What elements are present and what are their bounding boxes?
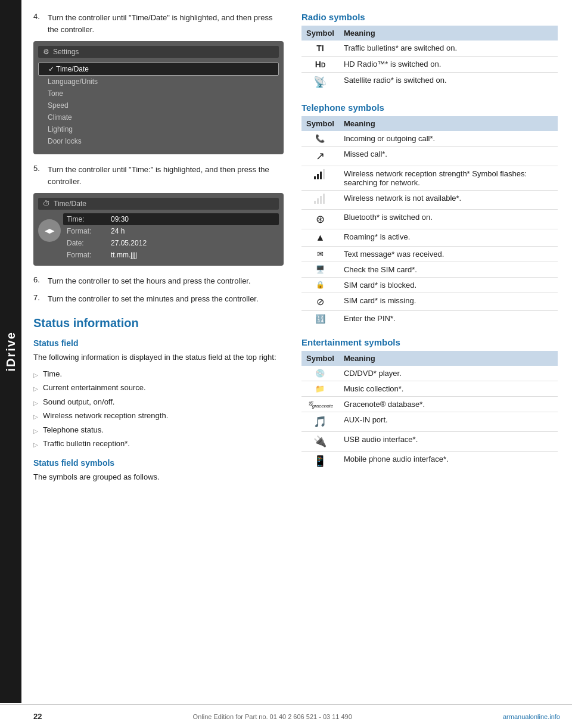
timedate-row-time: Time: 09:30 — [63, 213, 279, 225]
settings-item-climate[interactable]: Climate — [38, 111, 279, 123]
svg-rect-1 — [317, 174, 319, 179]
bullet-arrow-4: ▷ — [33, 412, 38, 421]
table-row: ↗ Missed call*. — [301, 147, 558, 166]
tel-symbol-sim-blocked: 🔒 — [301, 278, 339, 293]
bullet-arrow-5: ▷ — [33, 427, 38, 435]
ent-symbol-music: 📁 — [301, 381, 339, 397]
table-row: ✉ Text message* was received. — [301, 247, 558, 262]
ent-symbol-gracenote: 𝒢gracenote — [301, 397, 339, 412]
ent-symbol-cd: 💿 — [301, 366, 339, 381]
settings-screen-title: ⚙ Settings — [38, 46, 279, 58]
nav-controller[interactable]: ◀▶ — [38, 219, 61, 242]
tel-symbol-no-signal — [301, 191, 339, 210]
tel-meaning-pin: Enter the PIN*. — [339, 311, 558, 327]
telephone-symbols-title: Telephone symbols — [301, 102, 558, 113]
tel-meaning-sms: Text message* was received. — [339, 247, 558, 262]
tel-meaning-call: Incoming or outgoing call*. — [339, 131, 558, 147]
ent-symbol-usb: 🔌 — [301, 432, 339, 452]
timedate-value-time: 09:30 — [111, 215, 129, 223]
status-field-heading: Status field — [33, 338, 284, 348]
tel-symbol-pin: 🔢 — [301, 311, 339, 327]
tel-meaning-no-signal: Wireless network is not available*. — [339, 191, 558, 210]
bullet-telephone: ▷Telephone status. — [33, 424, 284, 436]
tel-meaning-missed: Missed call*. — [339, 147, 558, 166]
table-row: Wireless network is not available*. — [301, 191, 558, 210]
settings-item-timedate[interactable]: ✓ Time/Date — [38, 63, 279, 76]
tel-symbol-bluetooth: ⊛ — [301, 210, 339, 229]
bullet-wireless-text: Wireless network reception strength. — [43, 410, 168, 422]
tel-symbol-sim-check: 🖥️ — [301, 262, 339, 278]
tel-meaning-signal: Wireless network reception strength* Sym… — [339, 166, 558, 191]
bullet-arrow-3: ▷ — [33, 399, 38, 407]
tel-symbol-call: 📞 — [301, 131, 339, 147]
bullet-sound: ▷Sound output, on/off. — [33, 396, 284, 408]
step-4: 4. Turn the controller until "Time/Date"… — [33, 12, 284, 35]
settings-item-tone[interactable]: Tone — [38, 88, 279, 99]
table-row: HD HD Radio™* is switched on. — [301, 57, 558, 73]
bullet-entertainment: ▷Current entertainment source. — [33, 382, 284, 394]
table-row: 🔢 Enter the PIN*. — [301, 311, 558, 327]
step-4-num: 4. — [33, 12, 43, 35]
bullet-entertainment-text: Current entertainment source. — [43, 382, 146, 394]
ent-meaning-cd: CD/DVD* player. — [339, 366, 558, 381]
bullet-arrow-2: ▷ — [33, 384, 38, 393]
step-5-num: 5. — [33, 164, 43, 187]
radio-symbols-title: Radio symbols — [301, 12, 558, 22]
footer-brand: armanualonline.info — [503, 713, 560, 720]
settings-item-speed[interactable]: Speed — [38, 99, 279, 111]
timedate-screen-title: ⏱ Time/Date — [38, 198, 279, 210]
timedate-value-format1: 24 h — [111, 227, 125, 235]
gear-icon: ⚙ — [43, 48, 49, 56]
table-row: 📁 Music collection*. — [301, 381, 558, 397]
svg-rect-4 — [314, 201, 316, 204]
radio-symbols-table: Symbol Meaning TI Traffic bulletins* are… — [301, 26, 558, 92]
tel-col-symbol: Symbol — [301, 116, 339, 131]
sidebar-label: iDrive — [4, 331, 18, 372]
step-4-text: Turn the controller until "Time/Date" is… — [48, 12, 284, 35]
table-row: 🔒 SIM card* is blocked. — [301, 278, 558, 293]
table-row: 📱 Mobile phone audio interface*. — [301, 452, 558, 471]
table-row: 𝒢gracenote Gracenote® database*. — [301, 397, 558, 412]
bullet-arrow-1: ▷ — [33, 371, 38, 379]
sidebar: iDrive — [0, 0, 21, 703]
bullet-arrow-6: ▷ — [33, 440, 38, 449]
clock-icon: ⏱ — [43, 200, 50, 208]
table-row: ⊘ SIM card* is missing. — [301, 293, 558, 311]
svg-rect-7 — [323, 194, 325, 204]
svg-rect-5 — [317, 198, 319, 204]
step-6-num: 6. — [33, 275, 43, 287]
footer: 22 Online Edition for Part no. 01 40 2 6… — [0, 704, 572, 728]
settings-item-language[interactable]: Language/Units — [38, 76, 279, 88]
timedate-row-format1: Format: 24 h — [63, 225, 279, 237]
ent-symbol-mobile: 📱 — [301, 452, 339, 471]
table-row: 🔌 USB audio interface*. — [301, 432, 558, 452]
step-7-text: Turn the controller to set the minutes a… — [48, 293, 259, 305]
table-row: 🖥️ Check the SIM card*. — [301, 262, 558, 278]
bullet-sound-text: Sound output, on/off. — [43, 396, 114, 408]
timedate-value-date: 27.05.2012 — [111, 239, 147, 247]
status-field-symbols-text: The symbols are grouped as follows. — [33, 471, 284, 483]
timedate-label-time: Time: — [67, 215, 108, 223]
timedate-inner: ◀▶ Time: 09:30 Format: 24 h Date: 27.05.… — [38, 213, 279, 261]
bullet-traffic-text: Traffic bulletin reception*. — [43, 438, 130, 450]
settings-item-doorlocks[interactable]: Door locks — [38, 135, 279, 147]
footer-text: Online Edition for Part no. 01 40 2 606 … — [193, 713, 352, 720]
ent-col-meaning: Meaning — [339, 351, 558, 366]
timedate-value-format2: tt.mm.jjjj — [111, 251, 137, 259]
ent-meaning-aux: AUX-IN port. — [339, 412, 558, 432]
settings-menu-list: ✓ Time/Date Language/Units Tone Speed Cl… — [38, 60, 279, 150]
table-row: ⊛ Bluetooth* is switched on. — [301, 210, 558, 229]
tel-symbol-signal — [301, 166, 339, 191]
bullet-wireless: ▷Wireless network reception strength. — [33, 410, 284, 422]
settings-item-lighting[interactable]: Lighting — [38, 123, 279, 135]
entertainment-symbols-title: Entertainment symbols — [301, 337, 558, 347]
tel-symbol-missed: ↗ — [301, 147, 339, 166]
left-column: 4. Turn the controller until "Time/Date"… — [21, 12, 296, 487]
radio-symbol-ti: TI — [301, 41, 339, 57]
timedate-label-date: Date: — [67, 239, 108, 247]
step-5-text: Turn the controller until "Time:" is hig… — [48, 164, 284, 187]
timedate-label-format2: Format: — [67, 251, 108, 259]
svg-rect-2 — [320, 172, 322, 179]
svg-rect-3 — [323, 169, 325, 179]
tel-col-meaning: Meaning — [339, 116, 558, 131]
